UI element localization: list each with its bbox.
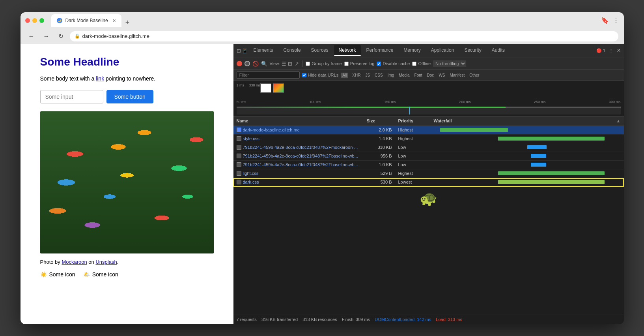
status-requests: 7 requests [237, 317, 257, 322]
extension-icon[interactable]: 🔖 [601, 17, 609, 24]
page-headline: Some Headline [40, 56, 214, 68]
col-name-header[interactable]: Name [233, 118, 364, 123]
hide-data-urls-checkbox[interactable] [302, 73, 306, 77]
group-by-frame-label[interactable]: Group by frame [306, 61, 342, 66]
table-row[interactable]: 791b2241-459b-4a2e-8cca-c0fdc21f0487%2Fb… [233, 152, 624, 161]
back-button[interactable]: ← [26, 32, 37, 41]
devtools-close-button[interactable]: × [617, 47, 620, 54]
row-size: 529 B [364, 171, 395, 176]
network-rows: dark-mode-baseline.glitch.me2.0 KBHighes… [233, 126, 624, 187]
filter-tag-doc[interactable]: Doc [426, 73, 436, 78]
col-size-header[interactable]: Size [364, 118, 395, 123]
filter-tag-xhr[interactable]: XHR [351, 73, 362, 78]
devtools-pane: ⊡ 📱 ElementsConsoleSourcesNetworkPerform… [233, 44, 624, 324]
filter-tag-img[interactable]: Img [386, 73, 396, 78]
view-label: View: [270, 61, 280, 66]
author-link[interactable]: Mockaroon [62, 259, 87, 265]
row-name: style.css [233, 136, 364, 141]
table-row[interactable]: style.css1.4 KBHighest [233, 135, 624, 143]
filter-tag-font[interactable]: Font [413, 73, 424, 78]
row-waterfall [431, 169, 624, 178]
refresh-button[interactable]: ↻ [56, 32, 66, 41]
group-by-frame-checkbox[interactable] [306, 62, 310, 66]
menu-icon[interactable]: ⋮ [613, 17, 619, 24]
table-row[interactable]: 791b2241-459b-4a2e-8cca-c0fdc21f0487%2Fm… [233, 143, 624, 152]
maximize-traffic-light[interactable] [39, 18, 44, 23]
icon-label-2: Some icon [92, 271, 118, 278]
search-icon[interactable]: 🔍 [261, 61, 267, 67]
filter-tag-js[interactable]: JS [364, 73, 371, 78]
devtools-tab-network[interactable]: Network [334, 45, 361, 56]
view-tree-icon[interactable]: ⊟ [288, 61, 292, 67]
new-tab-button[interactable]: + [122, 19, 133, 27]
record-button[interactable] [237, 61, 242, 66]
preserve-log-checkbox[interactable] [344, 62, 349, 66]
col-waterfall-header[interactable]: Waterfall ▲ [431, 118, 624, 123]
timeline-mark: 100 ms [309, 100, 321, 104]
minimize-traffic-light[interactable] [32, 18, 37, 23]
address-field[interactable]: 🔒 dark-mode-baseline.glitch.me [70, 31, 618, 41]
devtools-tab-audits[interactable]: Audits [487, 45, 510, 56]
throttle-select[interactable]: No throttling [433, 60, 466, 67]
row-priority: Low [395, 145, 431, 150]
page-input-field[interactable] [40, 90, 103, 103]
table-row[interactable]: light.css529 BHighest [233, 169, 624, 178]
row-waterfall [431, 126, 624, 134]
active-tab[interactable]: 🌙 Dark Mode Baseline × [51, 14, 121, 27]
table-row[interactable]: 791b2241-459b-4a2e-8cca-c0fdc21f0487%2Fb… [233, 161, 624, 169]
devtools-tab-sources[interactable]: Sources [306, 45, 333, 56]
col-priority-header[interactable]: Priority [395, 118, 431, 123]
filter-tag-media[interactable]: Media [397, 73, 411, 78]
filter-tag-other[interactable]: Other [468, 73, 481, 78]
row-name: dark-mode-baseline.glitch.me [233, 128, 364, 132]
timeline-mark: 50 ms [237, 100, 246, 104]
devtools-tab-end: 🔴 1 ⋮ × [596, 47, 621, 54]
devtools-tab-elements[interactable]: Elements [249, 45, 278, 56]
devtools-tab-security[interactable]: Security [459, 45, 486, 56]
cursor-icon[interactable]: ↗ [295, 61, 299, 67]
devtools-more-icon[interactable]: ⋮ [609, 48, 614, 54]
separator-1 [302, 60, 302, 67]
network-table[interactable]: Name Size Priority Waterfall ▲ dark-mode… [233, 116, 624, 315]
row-name: dark.css [233, 180, 364, 184]
timeline-ruler-marks: 50 ms100 ms150 ms200 ms250 ms300 ms [237, 100, 621, 104]
disable-cache-checkbox[interactable] [377, 62, 381, 66]
traffic-lights [25, 18, 44, 23]
filter-icon[interactable]: 🚫 [252, 61, 259, 67]
sun-icon-2: 🌤️ [83, 271, 90, 278]
turtle-icon: 🐢 [420, 190, 437, 207]
row-priority: Highest [395, 128, 431, 132]
devtools-tab-memory[interactable]: Memory [399, 45, 425, 56]
table-row[interactable]: dark-mode-baseline.glitch.me2.0 KBHighes… [233, 126, 624, 135]
page-link[interactable]: link [96, 75, 104, 82]
page-button[interactable]: Some button [106, 90, 153, 103]
close-traffic-light[interactable] [25, 18, 30, 23]
disable-cache-label[interactable]: Disable cache [377, 61, 410, 66]
sun-icon-1: ☀️ [40, 271, 47, 278]
offline-label[interactable]: Offline [412, 61, 431, 66]
all-badge[interactable]: All [341, 73, 348, 78]
screenshot-candy [273, 83, 284, 93]
row-name: light.css [233, 171, 364, 176]
preserve-log-label[interactable]: Preserve log [344, 61, 375, 66]
view-list-icon[interactable]: ☰ [282, 61, 286, 67]
hide-data-urls-label[interactable]: Hide data URLs [302, 73, 339, 77]
devtools-tab-performance[interactable]: Performance [362, 45, 398, 56]
stop-button[interactable] [245, 61, 250, 66]
filter-input[interactable] [237, 71, 300, 79]
devtools-device-toggle[interactable]: 📱 [242, 48, 248, 54]
source-link[interactable]: Unsplash [95, 259, 117, 265]
devtools-tab-application[interactable]: Application [426, 45, 459, 56]
filter-tag-manifest[interactable]: Manifest [448, 73, 466, 78]
table-row[interactable]: dark.css530 BLowest [233, 178, 624, 187]
offline-checkbox[interactable] [412, 62, 416, 66]
devtools-tab-console[interactable]: Console [279, 45, 306, 56]
tab-close-button[interactable]: × [113, 17, 116, 24]
page-input-row: Some button [40, 90, 214, 103]
forward-button[interactable]: → [41, 32, 52, 41]
devtools-element-picker[interactable]: ⊡ [237, 48, 241, 54]
filter-tag-ws[interactable]: WS [437, 73, 446, 78]
row-size: 956 B [364, 154, 395, 158]
filter-tag-css[interactable]: CSS [373, 73, 385, 78]
icon-item-1: ☀️ Some icon [40, 271, 75, 278]
